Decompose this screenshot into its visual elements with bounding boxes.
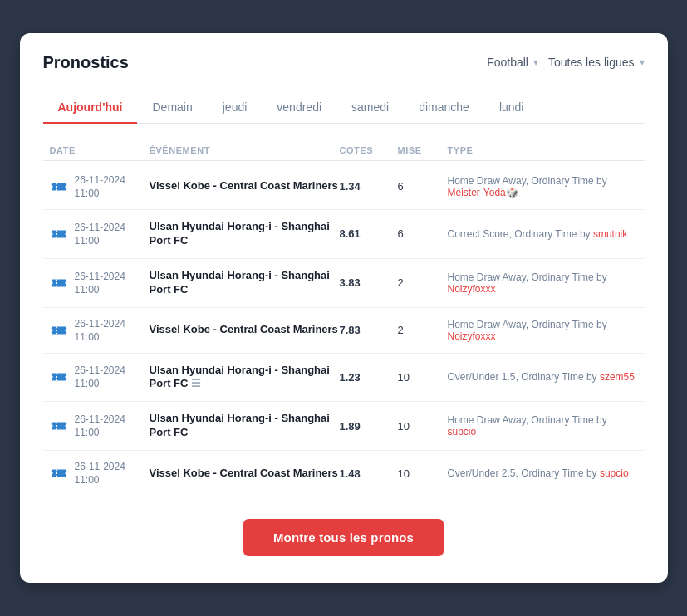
svg-point-6 [65, 232, 68, 236]
table-row: 26-11-2024 11:00 Ulsan Hyundai Horang-i … [43, 402, 645, 451]
event-cell: Vissel Kobe - Central Coast Mariners [150, 179, 340, 193]
type-cell: Correct Score, Ordinary Time by smutnik [448, 228, 638, 240]
svg-point-9 [50, 281, 53, 285]
card-header: Pronostics Football ▾ Toutes les ligues … [43, 53, 645, 72]
tab-jeudi[interactable]: jeudi [208, 92, 263, 124]
svg-point-25 [50, 472, 53, 475]
event-name: Ulsan Hyundai Horang-i - Shanghai Port F… [150, 269, 340, 297]
svg-rect-4 [51, 230, 66, 237]
date-cell: 26-11-2024 11:00 [75, 271, 125, 296]
svg-point-13 [50, 329, 53, 332]
date-cell: 26-11-2024 11:00 [75, 364, 125, 389]
author-link[interactable]: supcio [600, 467, 629, 479]
table-row: 26-11-2024 11:00 Vissel Kobe - Central C… [43, 308, 645, 354]
svg-rect-12 [51, 326, 66, 334]
type-cell: Over/Under 2.5, Ordinary Time by supcio [448, 467, 638, 479]
table-body: 26-11-2024 11:00 Vissel Kobe - Central C… [43, 164, 645, 496]
header-filters: Football ▾ Toutes les ligues ▾ [487, 56, 644, 69]
date-cell: 26-11-2024 11:00 [75, 318, 125, 343]
event-name: Ulsan Hyundai Horang-i - Shanghai Port F… [150, 220, 340, 248]
author-link[interactable]: Noizyfoxxx [448, 330, 496, 342]
mise-value: 10 [398, 467, 448, 480]
date-icon-cell: 26-11-2024 11:00 [50, 174, 150, 199]
date-cell: 26-11-2024 11:00 [75, 174, 125, 199]
author-link[interactable]: smutnik [593, 228, 627, 240]
date-icon-cell: 26-11-2024 11:00 [50, 271, 150, 296]
event-name: Vissel Kobe - Central Coast Mariners [150, 179, 340, 193]
svg-point-14 [65, 329, 68, 332]
list-icon: ☰ [191, 377, 201, 391]
author-link[interactable]: Noizyfoxxx [448, 283, 496, 295]
tabs-bar: Aujourd'hui Demain jeudi vendredi samedi… [43, 92, 645, 124]
ticket-icon [50, 321, 68, 340]
author-link[interactable]: szem55 [600, 371, 635, 383]
ticket-icon [50, 464, 68, 482]
event-name: Ulsan Hyundai Horang-i - Shanghai Port F… [150, 364, 340, 392]
cotes-value: 1.34 [340, 180, 398, 193]
time-value: 11:00 [75, 474, 125, 486]
main-card: Pronostics Football ▾ Toutes les ligues … [20, 33, 668, 583]
tab-samedi[interactable]: samedi [336, 92, 404, 124]
col-type: TYPE [448, 145, 638, 155]
date-icon-cell: 26-11-2024 11:00 [50, 461, 150, 486]
table-header: DATE ÉVÉNEMENT COTES MISE TYPE [43, 140, 645, 161]
col-cotes: COTES [340, 145, 398, 155]
event-cell: Vissel Kobe - Central Coast Mariners [150, 323, 340, 337]
svg-point-10 [65, 281, 68, 285]
event-name: Ulsan Hyundai Horang-i - Shanghai Port F… [150, 412, 340, 440]
cotes-value: 8.61 [340, 227, 398, 240]
time-value: 11:00 [75, 378, 125, 389]
svg-point-18 [65, 376, 68, 379]
svg-rect-20 [51, 423, 66, 430]
date-value: 26-11-2024 [75, 364, 125, 376]
event-cell: Ulsan Hyundai Horang-i - Shanghai Port F… [150, 412, 340, 440]
date-value: 26-11-2024 [75, 174, 125, 186]
ticket-icon [50, 225, 68, 243]
date-cell: 26-11-2024 11:00 [75, 413, 125, 438]
col-event: ÉVÉNEMENT [150, 145, 340, 155]
date-icon-cell: 26-11-2024 11:00 [50, 364, 150, 389]
cotes-value: 1.89 [340, 420, 398, 433]
tab-demain[interactable]: Demain [137, 92, 207, 124]
svg-rect-8 [51, 279, 66, 286]
time-value: 11:00 [75, 235, 125, 247]
tab-lundi[interactable]: lundi [484, 92, 539, 124]
date-icon-cell: 26-11-2024 11:00 [50, 413, 150, 438]
ticket-icon [50, 368, 68, 386]
ticket-icon [50, 178, 68, 196]
mise-value: 2 [398, 276, 448, 289]
type-cell: Home Draw Away, Ordinary Time by Noizyfo… [448, 271, 638, 295]
cotes-value: 7.83 [340, 324, 398, 336]
author-link[interactable]: supcio [448, 426, 477, 438]
date-cell: 26-11-2024 11:00 [75, 222, 125, 247]
tab-dimanche[interactable]: dimanche [404, 92, 484, 124]
time-value: 11:00 [75, 188, 125, 199]
cotes-value: 1.48 [340, 467, 398, 480]
date-value: 26-11-2024 [75, 271, 125, 282]
event-cell: Vissel Kobe - Central Coast Mariners [150, 467, 340, 481]
table-row: 26-11-2024 11:00 Vissel Kobe - Central C… [43, 164, 645, 210]
football-filter[interactable]: Football ▾ [487, 56, 538, 69]
svg-point-22 [65, 424, 68, 428]
mise-value: 10 [398, 420, 448, 433]
mise-value: 10 [398, 371, 448, 384]
type-cell: Home Draw Away, Ordinary Time by Meister… [448, 175, 638, 198]
show-all-button[interactable]: Montre tous les pronos [243, 519, 444, 556]
tab-vendredi[interactable]: vendredi [262, 92, 336, 124]
col-date: DATE [50, 145, 150, 155]
table-row: 26-11-2024 11:00 Ulsan Hyundai Horang-i … [43, 259, 645, 308]
tab-aujourdhui[interactable]: Aujourd'hui [43, 92, 138, 124]
ligues-filter[interactable]: Toutes les ligues ▾ [548, 56, 645, 69]
date-value: 26-11-2024 [75, 318, 125, 330]
time-value: 11:00 [75, 427, 125, 438]
cotes-value: 1.23 [340, 371, 398, 384]
cotes-value: 3.83 [340, 276, 398, 289]
table-row: 26-11-2024 11:00 Ulsan Hyundai Horang-i … [43, 210, 645, 259]
event-name: Vissel Kobe - Central Coast Mariners [150, 323, 340, 337]
date-cell: 26-11-2024 11:00 [75, 461, 125, 486]
author-link[interactable]: Meister-Yoda🎲 [448, 187, 518, 198]
date-value: 26-11-2024 [75, 413, 125, 425]
svg-rect-0 [51, 183, 66, 190]
date-value: 26-11-2024 [75, 461, 125, 472]
event-cell: Ulsan Hyundai Horang-i - Shanghai Port F… [150, 269, 340, 297]
